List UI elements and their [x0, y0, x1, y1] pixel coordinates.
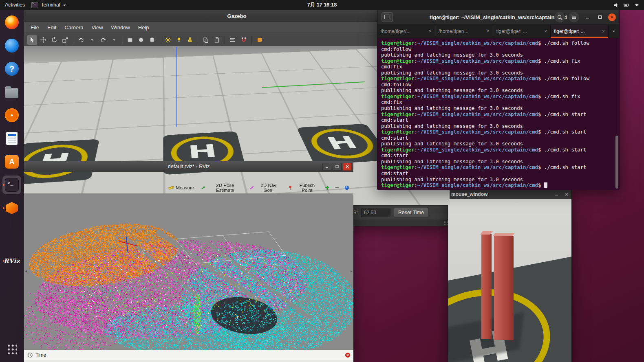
prompt-separator: :	[414, 76, 417, 81]
dock-item-terminal[interactable]	[2, 176, 21, 194]
panel-expand-left-arrow[interactable]: ◂	[25, 269, 27, 273]
caret-down-tool-button[interactable]	[87, 35, 97, 45]
menu-button[interactable]	[569, 12, 579, 22]
gazebo-menu-window[interactable]: Window	[107, 24, 134, 31]
clock[interactable]: 7月 17 16:18	[307, 2, 337, 9]
battery-icon	[624, 2, 630, 8]
prompt-separator: :	[414, 147, 417, 153]
close-button[interactable]	[564, 192, 569, 197]
joint-tool-button[interactable]	[255, 35, 265, 45]
cylinder-tool-button[interactable]	[147, 35, 157, 45]
pointer-tool-button[interactable]	[27, 35, 37, 45]
dock-item-help[interactable]	[2, 59, 21, 78]
mouse-window-titlebar[interactable]: mouse_window	[448, 189, 571, 199]
terminal-tab-3[interactable]: tiger@tiger: ...×	[493, 24, 551, 38]
tab-close-icon[interactable]: ×	[486, 29, 489, 34]
dock-item-firefox[interactable]	[2, 13, 21, 32]
caret-down-tool-button[interactable]	[109, 35, 119, 45]
move-tool-button[interactable]	[38, 35, 48, 45]
dock-item-gazebo[interactable]	[2, 199, 21, 217]
terminal-tab-2[interactable]: /home/tiger/...×	[435, 24, 493, 38]
dock-item-rviz[interactable]: RViz	[2, 252, 21, 270]
point-light-tool-button[interactable]	[174, 35, 184, 45]
minimize-button[interactable]	[322, 163, 331, 171]
select-tool-button[interactable]: Select	[97, 184, 123, 192]
time-panel-label: Time	[35, 352, 46, 358]
maximize-button[interactable]	[333, 163, 342, 171]
tab-close-icon[interactable]: ×	[602, 29, 605, 34]
reset-time-button[interactable]: Reset Time	[394, 208, 428, 217]
panel-expand-right-arrow[interactable]: ▸	[351, 269, 353, 273]
minimize-button[interactable]	[554, 192, 559, 197]
activities-button[interactable]: Activities	[5, 2, 25, 8]
plus-button[interactable]	[323, 184, 331, 192]
measure-tool-button[interactable]: Measure	[165, 184, 197, 192]
terminal-tab-1[interactable]: /home/tiger/...×	[377, 24, 435, 38]
terminal-output[interactable]: tiger@tiger:~/VISIM_single/catkin_ws/src…	[377, 38, 619, 190]
red-pillar-short	[165, 118, 170, 141]
dock-item-ubuntu-software[interactable]	[2, 152, 21, 171]
gazebo-menu-edit[interactable]: Edit	[43, 24, 60, 31]
undo-tool-button[interactable]	[76, 35, 86, 45]
gazebo-menu-view[interactable]: View	[88, 24, 107, 31]
align-tool-button[interactable]	[228, 35, 238, 45]
copy-tool-button[interactable]	[201, 35, 211, 45]
terminal-app-icon[interactable]	[382, 12, 393, 22]
system-status-area[interactable]	[613, 2, 640, 8]
gazebo-menu-help[interactable]: Help	[134, 24, 153, 31]
terminal-scrollbar[interactable]	[615, 136, 618, 189]
publish-point-tool-button[interactable]: Publish Point	[285, 182, 322, 194]
terminal-tab-4[interactable]: tiger@tiger: ...×	[551, 24, 609, 38]
gazebo-panel-collapse-arrow[interactable]: ◂	[25, 123, 27, 128]
dock-item-thunderbird[interactable]	[2, 36, 21, 55]
interact-tool-button[interactable]: Interact	[26, 184, 55, 192]
maximize-button[interactable]	[595, 13, 604, 22]
close-button[interactable]	[608, 13, 616, 21]
paste-tool-button[interactable]	[212, 35, 222, 45]
prompt-path: ~/VISIM_single/catkin_ws/src/captain/cmd	[417, 129, 538, 135]
dock-item-files[interactable]	[2, 83, 21, 101]
spot-light-tool-button[interactable]	[185, 35, 195, 45]
rviz-menu-help[interactable]: Help	[64, 174, 82, 180]
rotate-icon	[51, 37, 57, 43]
focus-camera-tool-button[interactable]: Focus Camera	[124, 182, 165, 194]
tool-label: Publish Point	[295, 183, 320, 193]
snap-tool-button[interactable]	[239, 35, 249, 45]
minus-button[interactable]	[333, 184, 341, 192]
dock-item-app-grid[interactable]	[2, 339, 21, 358]
redo-tool-button[interactable]	[98, 35, 108, 45]
gazebo-menu-file[interactable]: File	[26, 24, 43, 31]
rviz-toolbar-right	[323, 184, 351, 192]
tab-close-icon[interactable]: ×	[544, 29, 547, 34]
sphere-tool-button[interactable]	[136, 35, 146, 45]
gazebo-menu-camera[interactable]: Camera	[60, 24, 87, 31]
rviz-menu-file[interactable]: File	[26, 174, 41, 180]
dock-item-libreoffice-writer[interactable]	[2, 129, 21, 148]
rhythmbox-icon	[5, 108, 19, 122]
rviz-titlebar[interactable]: default.rviz* - RViz	[24, 161, 353, 172]
rviz-3d-viewport[interactable]: ◂ ▸	[24, 193, 353, 350]
time-panel-close-button[interactable]	[345, 352, 351, 358]
app-menu[interactable]: Terminal	[31, 2, 66, 8]
rotate-tool-button[interactable]	[49, 35, 59, 45]
person-model	[207, 143, 215, 160]
tab-list-caret-button[interactable]	[609, 24, 619, 38]
sun-tool-button[interactable]	[163, 35, 173, 45]
2d-pose-estimate-tool-button[interactable]: 2D Pose Estimate	[198, 182, 245, 194]
move-camera-tool-button[interactable]: Move Camera	[56, 182, 96, 194]
search-button[interactable]	[554, 12, 565, 22]
close-button[interactable]	[343, 163, 352, 171]
minimize-button[interactable]	[583, 13, 592, 22]
terminal-headerbar[interactable]: tiger@tiger: ~/VISIM_single/catkin_ws/sr…	[377, 10, 619, 24]
scale-tool-button[interactable]	[60, 35, 70, 45]
dock-item-rhythmbox[interactable]	[2, 106, 21, 125]
2d-nav-goal-tool-button[interactable]: 2D Nav Goal	[246, 182, 284, 194]
rviz-menu-panels[interactable]: Panels	[41, 174, 64, 180]
blue-sphere-button[interactable]	[343, 184, 351, 192]
tab-close-icon[interactable]: ×	[429, 29, 432, 34]
point-cloud-canvas[interactable]	[24, 193, 353, 350]
terminal-line: tiger@tiger:~/VISIM_single/catkin_ws/src…	[381, 94, 615, 100]
box-tool-button[interactable]	[125, 35, 135, 45]
prompt-path: ~/VISIM_single/catkin_ws/src/captain/cmd	[417, 94, 538, 99]
paste-icon	[214, 37, 220, 43]
